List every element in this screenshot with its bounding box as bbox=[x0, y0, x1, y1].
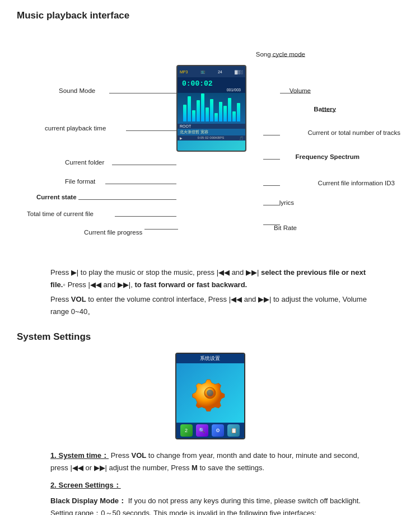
screen-song-info: 北火张信哲 宽容 bbox=[178, 129, 245, 135]
desc-prev-icon1: |◀◀ bbox=[217, 268, 230, 277]
line-battery bbox=[322, 111, 336, 112]
screen-folder-row: ROOT bbox=[178, 124, 245, 129]
gear-svg bbox=[192, 375, 228, 411]
line-volume bbox=[280, 93, 311, 93]
label-current-folder: Current folder bbox=[65, 159, 104, 166]
settings-item2: 2. Screen Settings： Black Display Mode： … bbox=[50, 479, 370, 515]
section2-title: System Settings bbox=[17, 331, 403, 343]
description-area: Press ▶| to play the music or stop the m… bbox=[17, 266, 403, 318]
screen-progress-icon: ▶ bbox=[180, 136, 183, 140]
line-file-format bbox=[105, 184, 176, 184]
settings-title-bar: 系统设置 bbox=[176, 354, 244, 363]
eq-bar-12 bbox=[232, 111, 236, 121]
screen-battery-icon: ▓▒░ bbox=[235, 70, 243, 74]
bottom-icon-1: 2 bbox=[180, 424, 193, 437]
settings-item1: 1. System time： Press VOL to change from… bbox=[50, 450, 370, 474]
item2-sub: Black Display Mode： bbox=[50, 497, 126, 505]
desc-prev-icon2: |◀◀ bbox=[88, 280, 101, 289]
desc-next-icon3: ▶▶| bbox=[258, 295, 271, 303]
screen-mp3-label: MP3 bbox=[180, 70, 188, 74]
screen-icons: 🎵 bbox=[239, 136, 243, 140]
eq-bar-8 bbox=[214, 113, 218, 121]
eq-bar-6 bbox=[206, 107, 209, 121]
label-sound-mode: Sound Mode bbox=[59, 87, 95, 94]
item1-prev: |◀◀ bbox=[70, 464, 83, 472]
desc-next-icon1: ▶▶| bbox=[246, 268, 259, 277]
desc-line2: Press VOL to enter the volume control in… bbox=[50, 293, 370, 318]
bottom-icon-2: 🔍 bbox=[196, 424, 208, 437]
label-bit-rate: Bit Rate bbox=[274, 224, 297, 231]
section1-title: Music playback interface bbox=[17, 10, 403, 21]
eq-bar-1 bbox=[183, 105, 186, 121]
item1-num: 1. bbox=[50, 451, 57, 460]
eq-bar-7 bbox=[210, 99, 213, 121]
eq-bar-11 bbox=[228, 98, 231, 121]
line-freq-spectrum bbox=[263, 159, 280, 160]
desc-next-icon2: ▶▶| bbox=[118, 280, 130, 289]
eq-bar-9 bbox=[219, 102, 222, 121]
screen-equalizer bbox=[178, 93, 245, 124]
desc-vol-label: VOL bbox=[71, 295, 86, 303]
item1-m: M bbox=[192, 464, 198, 472]
item2-text: 2. Screen Settings： bbox=[50, 479, 370, 491]
screen-num-24: 24 bbox=[218, 70, 222, 74]
screen-bottom-bar: ▶ 0:05 02 000KBPS 🎵 bbox=[178, 135, 245, 141]
eq-bar-2 bbox=[188, 96, 191, 121]
eq-bar-5 bbox=[201, 93, 204, 121]
line-lyrics bbox=[263, 205, 280, 205]
system-settings-section: System Settings 系统设置 bbox=[17, 331, 403, 515]
desc-play-icon: ▶| bbox=[71, 268, 78, 277]
label-lyrics: lyrics bbox=[279, 199, 294, 206]
eq-bar-3 bbox=[192, 110, 195, 121]
item1-next: ▶▶| bbox=[94, 464, 107, 472]
label-freq-spectrum: Frequency Spectrum bbox=[296, 153, 360, 160]
line-playback-time bbox=[126, 130, 176, 131]
eq-bar-13 bbox=[237, 103, 240, 121]
item2-sub-text: Black Display Mode： If you do not press … bbox=[50, 495, 370, 515]
screen-time-display: 0:00:02 bbox=[180, 78, 243, 88]
item2-label: Screen Settings： bbox=[57, 481, 121, 489]
desc-prev-icon3: |◀◀ bbox=[229, 295, 242, 303]
device-screen: MP3 📺 24 ▓▒░ 0:00:02 001/003 ROOT 北火张信哲 … bbox=[176, 65, 246, 152]
bottom-icon-4: 📋 bbox=[227, 424, 240, 437]
label-file-progress: Current file progress bbox=[84, 229, 142, 236]
settings-image-container: 系统设置 2 🔍 bbox=[17, 353, 403, 439]
line-current-total bbox=[263, 135, 280, 135]
line-sound-mode bbox=[109, 93, 176, 93]
line-song-cycle bbox=[272, 57, 305, 57]
item2-num: 2. bbox=[50, 481, 57, 489]
eq-bar-4 bbox=[197, 100, 200, 121]
line-file-info bbox=[263, 185, 280, 186]
line-total-time bbox=[115, 216, 176, 217]
line-current-state bbox=[78, 199, 176, 200]
settings-text: 1. System time： Press VOL to change from… bbox=[17, 450, 403, 515]
desc-ff-bold: to fast forward or fast backward. bbox=[134, 280, 247, 289]
line-file-progress bbox=[144, 229, 178, 230]
label-current-total: Current or total number of tracks bbox=[307, 129, 400, 136]
diagram-section: MP3 📺 24 ▓▒░ 0:00:02 001/003 ROOT 北火张信哲 … bbox=[17, 31, 403, 255]
label-total-time: Total time of current file bbox=[27, 210, 94, 217]
line-current-folder bbox=[112, 165, 176, 165]
label-playback-time: current playback time bbox=[45, 125, 106, 132]
item1-text: 1. System time： Press VOL to change from… bbox=[50, 450, 370, 474]
line-bit-rate bbox=[263, 224, 280, 225]
eq-bar-10 bbox=[223, 106, 227, 121]
item1-label: System time： bbox=[57, 451, 109, 460]
label-current-state: Current state bbox=[36, 194, 77, 200]
svg-point-1 bbox=[207, 390, 213, 396]
settings-bottom-icons: 2 🔍 ⚙ 📋 bbox=[176, 423, 244, 438]
screen-bottom-info: 0:05 02 000KBPS bbox=[198, 136, 225, 140]
desc-line1: Press ▶| to play the music or stop the m… bbox=[50, 266, 370, 291]
screen-tv-icon: 📺 bbox=[200, 69, 206, 74]
settings-screen: 系统设置 2 🔍 bbox=[175, 353, 245, 439]
screen-time-row: 0:00:02 001/003 bbox=[178, 77, 245, 93]
item1-vol: VOL bbox=[132, 451, 147, 460]
settings-gear-area bbox=[192, 363, 228, 423]
label-file-info: Current file information ID3 bbox=[318, 180, 395, 186]
screen-top-bar: MP3 📺 24 ▓▒░ bbox=[178, 66, 245, 77]
label-file-format: File format bbox=[65, 178, 95, 185]
screen-track-info: 001/003 bbox=[180, 88, 243, 92]
bottom-icon-3: ⚙ bbox=[212, 424, 224, 437]
